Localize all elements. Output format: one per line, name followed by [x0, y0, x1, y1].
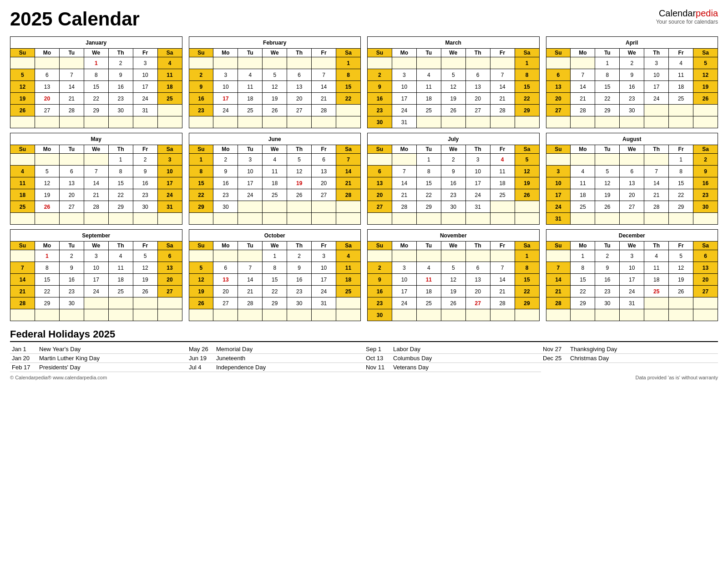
calendars-grid: JanuarySuMoTuWeThFrSa1234567891011121314…	[10, 36, 718, 321]
day-cell: 24	[546, 201, 571, 213]
day-cell: 29	[669, 201, 693, 213]
day-cell: 3	[620, 250, 644, 262]
week-row: 2345678	[368, 69, 540, 81]
day-cell: 28	[644, 201, 669, 213]
day-cell	[84, 116, 108, 128]
day-cell	[693, 116, 718, 128]
holiday-column-2: Sep 1Labor DayOct 13Columbus DayNov 11Ve…	[364, 345, 541, 372]
day-cell: 10	[620, 262, 644, 274]
day-cell: 12	[441, 81, 465, 93]
day-cell: 26	[441, 297, 465, 309]
day-cell: 19	[263, 93, 287, 105]
day-cell	[546, 309, 571, 321]
month-june: JuneSuMoTuWeThFrSa1234567891011121314151…	[189, 133, 361, 225]
day-cell: 12	[515, 166, 539, 177]
week-row: 16171819202122	[368, 93, 540, 105]
day-cell: 5	[189, 262, 213, 274]
day-cell: 18	[108, 274, 133, 286]
day-cell: 31	[620, 297, 644, 309]
day-cell: 15	[416, 177, 441, 189]
day-cell	[10, 154, 35, 166]
day-cell	[490, 201, 515, 213]
month-table-september: SeptemberSuMoTuWeThFrSa12345678910111213…	[10, 229, 182, 321]
holidays-title: Federal Holidays 2025	[10, 328, 718, 342]
day-cell: 13	[620, 177, 644, 189]
day-cell: 15	[35, 274, 59, 286]
day-header-mo: Mo	[35, 145, 59, 154]
day-cell: 6	[465, 262, 490, 274]
day-header-su: Su	[368, 145, 392, 154]
day-cell: 6	[368, 166, 392, 177]
day-cell: 14	[571, 81, 595, 93]
day-cell: 20	[312, 177, 336, 189]
day-header-sa: Sa	[336, 49, 361, 57]
day-header-su: Su	[546, 145, 571, 154]
day-cell: 3	[84, 250, 108, 262]
day-cell	[238, 57, 263, 69]
day-cell: 26	[515, 189, 539, 201]
day-cell: 22	[595, 93, 620, 105]
day-cell: 30	[108, 105, 133, 116]
day-cell: 30	[441, 201, 465, 213]
day-cell: 18	[669, 81, 693, 93]
day-cell: 7	[238, 262, 263, 274]
day-cell: 27	[312, 189, 336, 201]
day-cell: 3	[392, 262, 416, 274]
day-cell: 15	[84, 81, 108, 93]
day-header-sa: Sa	[157, 242, 182, 250]
day-cell: 1	[416, 154, 441, 166]
day-cell	[392, 213, 416, 225]
week-row: 1	[368, 57, 540, 69]
week-row: 282930	[10, 297, 182, 309]
day-cell: 29	[571, 297, 595, 309]
day-cell: 25	[336, 286, 361, 297]
day-cell: 29	[515, 105, 539, 116]
day-cell: 31	[157, 201, 182, 213]
day-cell: 25	[490, 189, 515, 201]
day-cell: 15	[595, 81, 620, 93]
day-cell	[336, 213, 361, 225]
day-cell	[213, 57, 238, 69]
day-cell	[546, 57, 571, 69]
holiday-date: Jan 1	[12, 346, 35, 352]
week-row: 567891011	[10, 69, 182, 81]
day-cell: 8	[336, 69, 361, 81]
day-cell: 13	[287, 81, 312, 93]
day-cell: 19	[693, 81, 718, 93]
day-cell: 23	[213, 189, 238, 201]
day-cell: 21	[490, 286, 515, 297]
day-cell: 26	[595, 201, 620, 213]
day-cell: 30	[368, 309, 392, 321]
day-cell	[669, 213, 693, 225]
day-cell	[10, 57, 35, 69]
day-cell: 11	[416, 81, 441, 93]
week-row: 2930	[189, 201, 361, 213]
day-cell: 28	[336, 189, 361, 201]
day-cell: 2	[213, 154, 238, 166]
day-cell	[595, 309, 620, 321]
day-cell: 2	[595, 250, 620, 262]
day-header-sa: Sa	[157, 145, 182, 154]
week-row: 12131415161718	[189, 274, 361, 286]
week-row: 13141516171819	[546, 81, 718, 93]
day-cell: 19	[189, 286, 213, 297]
day-header-th: Th	[287, 49, 312, 57]
holiday-row: Sep 1Labor Day	[364, 345, 541, 354]
month-table-october: OctoberSuMoTuWeThFrSa1234567891011121314…	[189, 229, 361, 321]
day-cell	[644, 116, 669, 128]
day-cell: 27	[546, 105, 571, 116]
page-title: 2025 Calendar	[10, 8, 140, 30]
holiday-name: Presidents' Day	[39, 364, 81, 371]
day-cell: 16	[189, 93, 213, 105]
holiday-date: Sep 1	[366, 346, 389, 352]
day-cell: 11	[263, 166, 287, 177]
day-cell	[336, 116, 361, 128]
day-cell: 4	[644, 250, 669, 262]
day-cell: 10	[312, 262, 336, 274]
day-cell: 3	[644, 57, 669, 69]
day-cell: 4	[238, 69, 263, 81]
holidays-section: Federal Holidays 2025 Jan 1New Year's Da…	[10, 328, 718, 372]
day-cell: 31	[392, 116, 416, 128]
week-row: 18192021222324	[10, 189, 182, 201]
day-cell: 13	[368, 177, 392, 189]
